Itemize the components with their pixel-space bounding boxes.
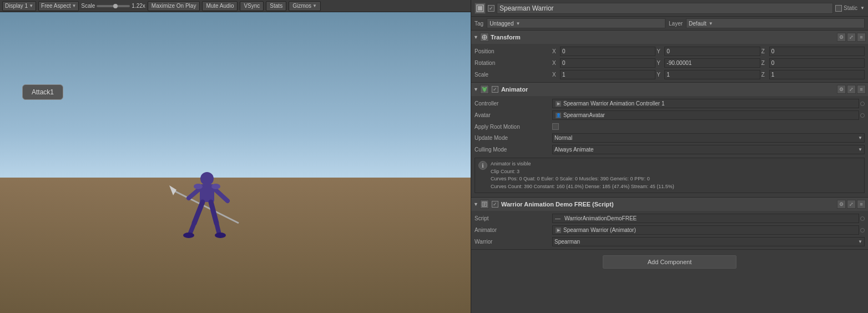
inspector-panel: Static ▼ Tag Untagged ▼ Layer Default ▼ … — [471, 0, 868, 313]
script-header[interactable]: ▼ Warrior Animation Demo FREE (Script) ⚙… — [471, 198, 868, 211]
update-mode-arrow: ▼ — [858, 135, 862, 140]
scale-slider-thumb — [113, 4, 118, 8]
animator-section: ▼ Animator ⚙ ⤢ ≡ Controller ▶ Spearman W… — [471, 83, 868, 198]
static-toggle[interactable]: Static ▼ — [835, 5, 865, 12]
tag-label: Tag — [475, 21, 483, 27]
animator-icon — [480, 85, 489, 94]
layer-arrow: ▼ — [709, 21, 713, 26]
transform-icon — [480, 33, 489, 42]
rot-z-input[interactable] — [769, 58, 865, 68]
pos-x-input[interactable] — [560, 47, 655, 56]
controller-label: Controller — [475, 100, 552, 107]
transform-settings-icon[interactable]: ⚙ — [837, 33, 846, 42]
script-arrow: ▼ — [473, 201, 478, 207]
attack-button[interactable]: Attack1 — [22, 84, 63, 100]
avatar-icon: 👤 — [555, 112, 562, 119]
animator-field-dot[interactable] — [860, 228, 865, 233]
add-component-row: Add Component — [471, 250, 868, 274]
aspect-select[interactable]: Free Aspect ▼ — [38, 1, 79, 11]
object-active-checkbox[interactable] — [488, 5, 494, 12]
vsync-btn[interactable]: VSync — [240, 1, 264, 11]
layer-label: Layer — [669, 21, 683, 27]
display-select[interactable]: Display 1 ▼ — [2, 1, 36, 11]
layer-select[interactable]: Default ▼ — [686, 18, 865, 28]
animator-settings-icon[interactable]: ⚙ — [837, 85, 846, 94]
animator-header[interactable]: ▼ Animator ⚙ ⤢ ≡ — [471, 83, 868, 96]
display-arrow: ▼ — [29, 3, 33, 8]
script-field[interactable]: — WarriorAnimationDemoFREE — [552, 214, 859, 223]
scale-z-input[interactable] — [769, 70, 865, 79]
position-row: Position X Y Z — [471, 46, 868, 57]
script-section: ▼ Warrior Animation Demo FREE (Script) ⚙… — [471, 198, 868, 250]
scale-y-input[interactable] — [664, 70, 760, 79]
svg-point-13 — [211, 184, 220, 189]
svg-line-5 — [214, 189, 228, 201]
script-expand-icon[interactable]: ⤢ — [847, 200, 856, 209]
culling-mode-select[interactable]: Always Animate ▼ — [552, 145, 865, 154]
mute-btn[interactable]: Mute Audio — [202, 1, 238, 11]
tag-arrow: ▼ — [516, 21, 521, 26]
scale-x-input[interactable] — [560, 70, 655, 79]
stats-btn[interactable]: Stats — [266, 1, 286, 11]
update-mode-label: Update Mode — [475, 135, 552, 141]
static-checkbox[interactable] — [835, 5, 842, 12]
animator-body: Controller ▶ Spearman Warrior Animation … — [471, 96, 868, 197]
script-field-row: Script — WarriorAnimationDemoFREE — [471, 213, 868, 224]
controller-row: Controller ▶ Spearman Warrior Animation … — [471, 98, 868, 109]
maximize-btn[interactable]: Maximize On Play — [148, 1, 200, 11]
controller-dot[interactable] — [860, 102, 865, 106]
rot-y-input[interactable] — [664, 58, 760, 68]
gizmos-btn[interactable]: Gizmos ▼ — [289, 1, 321, 11]
avatar-label: Avatar — [475, 112, 552, 118]
scale-label: Scale — [475, 72, 552, 78]
script-menu-icon[interactable]: ≡ — [857, 200, 866, 209]
transform-header[interactable]: ▼ Transform ⚙ ⤢ ≡ — [471, 31, 868, 44]
tag-select[interactable]: Untagged ▼ — [487, 18, 665, 28]
svg-point-11 — [215, 233, 226, 238]
inspector-header: Static ▼ — [471, 0, 868, 17]
animator-arrow: ▼ — [473, 87, 478, 92]
avatar-dot[interactable] — [860, 113, 865, 118]
rot-y-label: Y — [657, 60, 663, 66]
culling-mode-row: Culling Mode Always Animate ▼ — [471, 144, 868, 155]
scale-y-label: Y — [657, 72, 663, 78]
rot-x-label: X — [552, 60, 559, 66]
avatar-field[interactable]: 👤 SpearmanAvatar — [552, 110, 859, 120]
warrior-label: Warrior — [475, 239, 552, 245]
pos-y-input[interactable] — [664, 47, 760, 56]
svg-point-12 — [194, 184, 203, 189]
game-panel: Display 1 ▼ Free Aspect ▼ Scale 1.22x Ma… — [0, 0, 471, 313]
script-active-checkbox[interactable] — [492, 201, 498, 208]
controller-field[interactable]: ▶ Spearman Warrior Animation Controller … — [552, 99, 859, 108]
object-name-input[interactable] — [497, 3, 833, 14]
rot-x-input[interactable] — [560, 58, 655, 68]
animator-active-checkbox[interactable] — [492, 86, 498, 93]
object-icon — [475, 3, 486, 14]
scale-slider[interactable] — [97, 5, 130, 7]
position-values: X Y Z — [552, 47, 865, 56]
rotation-row: Rotation X Y Z — [471, 57, 868, 69]
static-dropdown-arrow: ▼ — [860, 6, 865, 11]
animator-info-text: Animator is visible Clip Count: 3 Curves… — [491, 160, 674, 190]
script-dot[interactable] — [860, 216, 865, 221]
animator-menu-icon[interactable]: ≡ — [857, 85, 866, 94]
pos-z-label: Z — [761, 48, 768, 54]
update-mode-select[interactable]: Normal ▼ — [552, 133, 865, 143]
add-component-button[interactable]: Add Component — [603, 255, 737, 269]
apply-root-checkbox[interactable] — [552, 123, 559, 130]
animator-field-icon: ▶ — [555, 227, 562, 234]
apply-root-label: Apply Root Motion — [475, 124, 552, 130]
script-field-label: Script — [475, 215, 552, 221]
animator-field[interactable]: ▶ Spearman Warrior (Animator) — [552, 225, 859, 235]
animator-expand-icon[interactable]: ⤢ — [847, 85, 856, 94]
gizmos-arrow: ▼ — [312, 3, 317, 8]
script-settings-icon[interactable]: ⚙ — [837, 200, 846, 209]
aspect-arrow: ▼ — [72, 3, 76, 8]
warrior-select[interactable]: Spearman ▼ — [552, 237, 865, 246]
svg-point-20 — [482, 87, 483, 89]
transform-expand-icon[interactable]: ⤢ — [847, 33, 856, 42]
game-viewport: Attack1 — [0, 12, 471, 313]
svg-point-22 — [483, 90, 485, 92]
pos-z-input[interactable] — [769, 47, 865, 56]
transform-menu-icon[interactable]: ≡ — [857, 33, 866, 42]
